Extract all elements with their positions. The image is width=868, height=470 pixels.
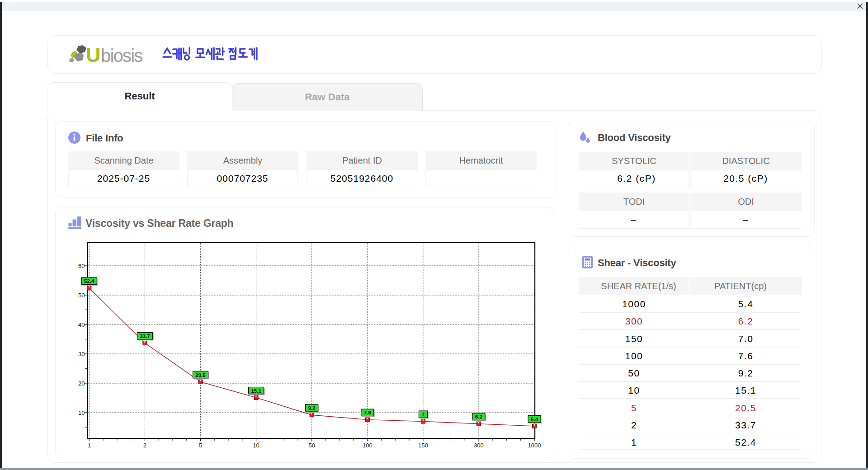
svg-text:10: 10 xyxy=(253,442,259,449)
svg-text:5.4: 5.4 xyxy=(531,417,538,422)
svg-text:60: 60 xyxy=(78,263,85,269)
svg-text:1000: 1000 xyxy=(528,442,541,449)
svg-text:40: 40 xyxy=(78,321,85,328)
svg-text:9.2: 9.2 xyxy=(308,405,316,411)
svg-text:6.2: 6.2 xyxy=(475,414,482,419)
svg-text:300: 300 xyxy=(474,442,484,449)
svg-text:biosis: biosis xyxy=(101,46,142,66)
svg-text:30: 30 xyxy=(78,351,85,357)
svg-text:100: 100 xyxy=(363,442,373,449)
svg-text:1: 1 xyxy=(88,442,91,449)
svg-text:20: 20 xyxy=(78,380,85,387)
svg-text:52.4: 52.4 xyxy=(84,278,94,284)
svg-text:20.5: 20.5 xyxy=(195,372,206,378)
svg-text:7.6: 7.6 xyxy=(364,410,371,415)
svg-text:15.1: 15.1 xyxy=(251,388,261,394)
svg-text:33.7: 33.7 xyxy=(140,334,150,339)
svg-text:5: 5 xyxy=(199,442,202,449)
svg-text:U: U xyxy=(86,43,100,66)
svg-text:10: 10 xyxy=(78,409,85,416)
svg-text:2: 2 xyxy=(143,442,146,449)
svg-text:150: 150 xyxy=(418,442,428,449)
svg-text:50: 50 xyxy=(308,442,315,449)
svg-text:50: 50 xyxy=(78,292,85,299)
svg-text:7: 7 xyxy=(422,412,425,417)
